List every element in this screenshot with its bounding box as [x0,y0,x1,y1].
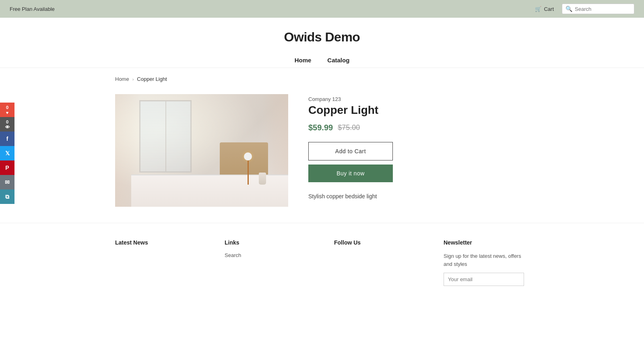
search-input[interactable] [575,6,631,12]
heart-icon: ♥ [6,110,9,115]
breadcrumb: Home › Copper Light [0,68,644,90]
footer-link-search[interactable]: Search [225,252,310,258]
product-vendor: Company 123 [308,96,529,102]
search-icon: 🔍 [566,6,572,12]
main-nav: Home Catalog [0,49,644,68]
price-sale: $59.99 [308,123,333,132]
product-price: $59.99 $75.00 [308,123,529,132]
breadcrumb-separator: › [132,77,134,82]
social-sidebar: 0 ♥ 0 👁 f 𝕏 P ✉ ⧉ [0,103,14,204]
footer-email-input[interactable] [444,273,524,286]
footer-newsletter-title: Newsletter [444,239,529,246]
product-info: Company 123 Copper Light $59.99 $75.00 A… [308,94,529,207]
pinterest-icon: P [5,165,9,171]
search-box[interactable]: 🔍 [562,4,634,14]
vase-decoration [259,173,266,185]
window-decoration [139,100,192,173]
site-header: Owids Demo [0,18,644,49]
cart-label: Cart [544,6,554,12]
footer-newsletter-text: Sign up for the latest news, offers and … [444,252,529,268]
twitter-share-button[interactable]: 𝕏 [0,146,14,160]
add-to-cart-button[interactable]: Add to Cart [308,142,393,160]
price-original: $75.00 [338,123,360,132]
breadcrumb-home[interactable]: Home [115,76,129,82]
product-image [115,94,288,207]
copy-icon: ⧉ [5,193,9,200]
heart-count: 0 [6,105,8,110]
cart-icon: 🛒 [535,6,541,12]
twitter-icon: 𝕏 [5,150,10,156]
announcement-text: Free Plan Available [10,6,55,12]
nav-catalog[interactable]: Catalog [327,57,349,64]
pinterest-share-button[interactable]: P [0,160,14,175]
footer-links: Links Search [225,239,310,286]
email-share-button[interactable]: ✉ [0,175,14,189]
site-title: Owids Demo [8,30,636,45]
view-count-button[interactable]: 0 👁 [0,117,14,132]
nav-home[interactable]: Home [295,57,312,64]
footer-latest-news-title: Latest News [115,239,200,246]
product-section: Company 123 Copper Light $59.99 $75.00 A… [0,90,644,223]
footer-newsletter: Newsletter Sign up for the latest news, … [444,239,529,286]
facebook-share-button[interactable]: f [0,132,14,146]
heart-share-button[interactable]: 0 ♥ [0,103,14,117]
top-bar: Free Plan Available 🛒 Cart 🔍 [0,0,644,18]
copy-share-button[interactable]: ⧉ [0,189,14,204]
footer-links-title: Links [225,239,310,246]
footer-latest-news: Latest News [115,239,200,286]
product-title: Copper Light [308,104,529,117]
product-description: Stylish copper bedside light [308,192,529,201]
lamp-decoration [244,152,252,185]
footer-follow-us-title: Follow Us [334,239,419,246]
top-bar-right: 🛒 Cart 🔍 [535,4,634,14]
site-footer: Latest News Links Search Follow Us Newsl… [0,223,644,298]
breadcrumb-current: Copper Light [137,76,167,82]
buy-it-now-button[interactable]: Buy it now [308,165,393,182]
footer-follow-us: Follow Us [334,239,419,286]
eye-icon: 👁 [5,125,10,130]
facebook-icon: f [6,136,8,142]
cart-link[interactable]: 🛒 Cart [535,6,554,12]
eye-count: 0 [6,119,8,124]
email-icon: ✉ [5,179,10,185]
